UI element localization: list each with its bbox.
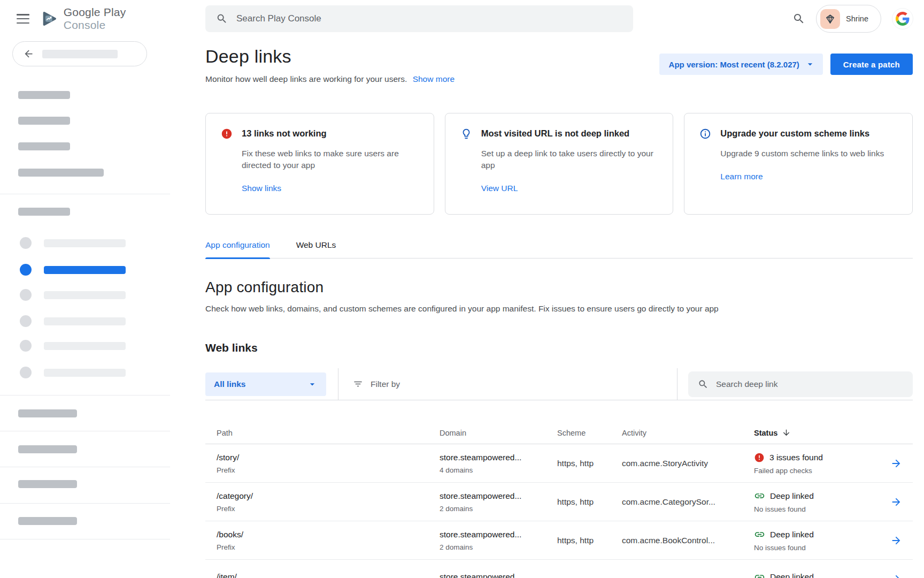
insight-cards: 13 links not working Fix these web links…	[205, 113, 913, 215]
status-detail: No issues found	[754, 505, 890, 513]
filter-by-label: Filter by	[371, 379, 400, 389]
divider	[0, 467, 170, 467]
filter-by-button[interactable]: Filter by	[353, 379, 677, 389]
divider	[0, 431, 170, 431]
search-icon	[698, 379, 709, 390]
divider	[338, 368, 338, 400]
skeleton-bar	[18, 409, 77, 417]
skeleton-bar	[18, 91, 70, 99]
card-body: Set up a deep link to take users directl…	[481, 148, 658, 171]
domain-value: store.steampowered...	[440, 530, 557, 539]
skeleton-bar	[18, 445, 77, 453]
card-body: Upgrade 9 custom scheme links to web lin…	[720, 148, 897, 159]
show-more-link[interactable]: Show more	[413, 74, 455, 83]
column-header-path: Path	[217, 429, 440, 437]
table-row[interactable]: /item/ store.steampowered... Deep linked	[205, 560, 913, 578]
sidebar-nav	[0, 37, 170, 578]
app-version-dropdown[interactable]: App version: Most recent (8.2.027)	[659, 54, 823, 75]
app-name: Shrine	[846, 14, 868, 23]
upgrade-schemes-card: Upgrade your custom scheme links Upgrade…	[684, 113, 913, 215]
create-patch-button[interactable]: Create a patch	[830, 54, 913, 75]
skeleton-bar	[44, 317, 126, 325]
skeleton-bar	[44, 342, 126, 350]
page-subtitle: Monitor how well deep links are working …	[205, 74, 407, 83]
path-value: /books/	[217, 530, 440, 539]
table-row[interactable]: /category/ Prefix store.steampowered... …	[205, 483, 913, 521]
play-console-logo[interactable]: Google Play Console	[40, 6, 170, 32]
back-button[interactable]	[12, 41, 147, 66]
table-row[interactable]: /books/ Prefix store.steampowered... 2 d…	[205, 521, 913, 560]
domain-count: 2 domains	[440, 505, 557, 513]
column-header-status[interactable]: Status	[754, 428, 890, 437]
show-links-link[interactable]: Show links	[242, 184, 281, 193]
skeleton-dot	[20, 340, 32, 352]
scheme-value: https, http	[557, 459, 622, 468]
search-icon-secondary[interactable]	[792, 12, 805, 25]
path-value: /category/	[217, 491, 440, 501]
links-filter-dropdown[interactable]: All links	[205, 372, 326, 396]
skeleton-dot	[20, 289, 32, 301]
chevron-down-icon	[805, 59, 815, 70]
info-icon	[699, 128, 711, 140]
sidebar-item-selected-dot	[20, 264, 32, 276]
section-description: Check how web links, domains, and custom…	[205, 304, 913, 314]
app-thumbnail	[820, 9, 840, 29]
table-row[interactable]: /story/ Prefix store.steampowered... 4 d…	[205, 444, 913, 483]
arrow-forward-icon[interactable]	[890, 496, 902, 508]
tab-app-configuration[interactable]: App configuration	[205, 240, 270, 258]
top-bar: Google Play Console Shrine	[0, 0, 924, 37]
page-title: Deep links	[205, 46, 455, 67]
console-search-input[interactable]	[236, 13, 622, 24]
deep-link-search[interactable]	[688, 371, 913, 397]
links-filter-value: All links	[214, 379, 245, 389]
skeleton-bar	[44, 239, 126, 247]
column-header-activity: Activity	[622, 429, 754, 437]
card-title: Most visited URL is not deep linked	[481, 128, 630, 139]
skeleton-dot	[20, 315, 32, 327]
diamond-icon	[824, 13, 836, 25]
sidebar-item-selected[interactable]	[44, 266, 126, 274]
web-links-table: Path Domain Scheme Activity Status /stor…	[205, 422, 913, 578]
status-detail: No issues found	[754, 544, 890, 552]
status-badge: Deep linked	[770, 491, 814, 501]
domain-count: 2 domains	[440, 543, 557, 551]
google-account-avatar[interactable]	[892, 8, 913, 29]
skeleton-bar	[42, 50, 118, 58]
divider	[0, 194, 170, 194]
console-search-bar[interactable]	[205, 5, 633, 32]
link-icon	[754, 572, 765, 578]
scheme-value: https, http	[557, 536, 622, 545]
skeleton-dot	[20, 237, 32, 249]
web-links-heading: Web links	[205, 341, 913, 354]
link-icon	[754, 490, 765, 501]
skeleton-bar	[18, 142, 70, 150]
learn-more-link[interactable]: Learn more	[720, 172, 763, 181]
path-type: Prefix	[217, 505, 440, 513]
card-title: Upgrade your custom scheme links	[720, 128, 869, 139]
arrow-forward-icon[interactable]	[890, 535, 902, 546]
activity-value: com.acme.StoryActivity	[622, 459, 754, 468]
tab-web-urls[interactable]: Web URLs	[296, 240, 336, 258]
web-links-toolbar: All links Filter by	[205, 368, 913, 400]
app-switcher-chip[interactable]: Shrine	[816, 5, 881, 33]
sort-descending-icon	[782, 428, 791, 437]
menu-icon[interactable]	[17, 14, 29, 24]
path-type: Prefix	[217, 543, 440, 551]
arrow-forward-icon[interactable]	[890, 573, 902, 578]
arrow-forward-icon[interactable]	[890, 458, 902, 469]
skeleton-bar	[18, 169, 104, 177]
status-detail: Failed app checks	[754, 467, 890, 475]
divider	[0, 539, 170, 539]
deep-link-search-input[interactable]	[716, 379, 903, 389]
domain-value: store.steampowered...	[440, 491, 557, 501]
skeleton-bar	[18, 517, 77, 525]
skeleton-bar	[44, 369, 126, 377]
view-url-link[interactable]: View URL	[481, 184, 518, 193]
card-title: 13 links not working	[242, 128, 327, 139]
divider	[677, 368, 677, 400]
chevron-down-icon	[307, 379, 318, 390]
error-icon	[754, 452, 765, 463]
path-value: /item/	[217, 572, 440, 578]
scheme-value: https, http	[557, 497, 622, 507]
skeleton-bar	[18, 208, 70, 216]
